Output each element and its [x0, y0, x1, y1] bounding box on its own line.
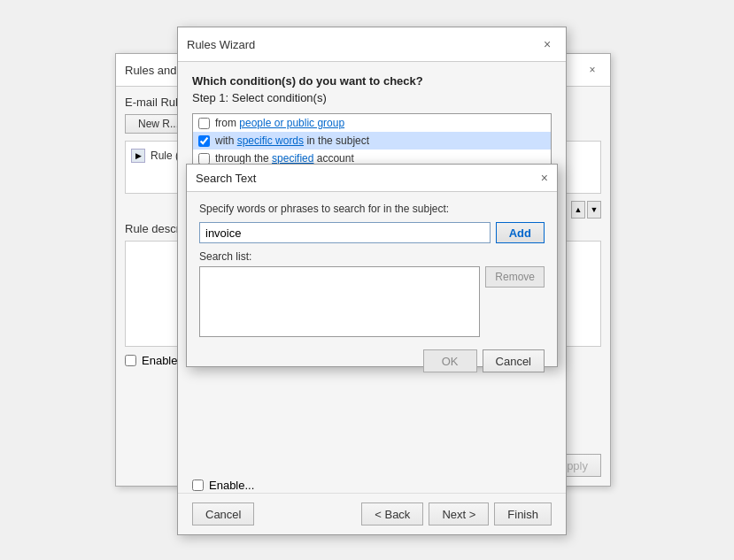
condition-item-1[interactable]: from people or public group — [193, 114, 551, 132]
bg-close-icon[interactable]: × — [583, 61, 601, 79]
search-list-box — [199, 266, 480, 337]
wizard-finish-btn[interactable]: Finish — [494, 502, 552, 525]
wizard-next-btn[interactable]: Next > — [429, 502, 489, 525]
condition-check-1[interactable] — [198, 118, 210, 129]
bg-rule-icon: ▶ — [131, 149, 145, 163]
wizard-enable-row: Enable... — [192, 479, 254, 492]
search-text-input[interactable] — [199, 222, 491, 243]
wizard-enable-label: Enable... — [209, 479, 254, 492]
search-ok-btn[interactable]: OK — [423, 349, 477, 372]
condition-link-2[interactable]: specific words — [237, 134, 304, 147]
condition-label-3: through the specified account — [215, 152, 354, 165]
search-list-row: Remove — [199, 266, 545, 337]
search-list-label: Search list: — [199, 250, 545, 263]
scroll-up-btn[interactable]: ▲ — [571, 201, 585, 219]
condition-link-3[interactable]: specified — [272, 152, 313, 165]
search-remove-btn[interactable]: Remove — [485, 266, 545, 288]
wizard-cancel-btn[interactable]: Cancel — [192, 502, 254, 525]
condition-check-2[interactable] — [198, 135, 210, 147]
condition-label-1: from people or public group — [215, 117, 344, 129]
wizard-back-btn[interactable]: < Back — [361, 502, 423, 525]
search-titlebar: Search Text × — [187, 165, 557, 192]
wizard-question: Which condition(s) do you want to check? — [192, 74, 552, 88]
wizard-enable-checkbox[interactable] — [192, 479, 204, 491]
condition-link-1[interactable]: people or public group — [239, 117, 344, 129]
wizard-close-icon[interactable]: × — [537, 35, 557, 54]
wizard-footer: Cancel < Back Next > Finish — [178, 493, 566, 534]
wizard-titlebar: Rules Wizard × — [178, 27, 566, 62]
search-body: Specify words or phrases to search for i… — [187, 192, 557, 344]
condition-check-3[interactable] — [198, 153, 210, 165]
search-add-btn[interactable]: Add — [496, 222, 545, 243]
search-close-icon[interactable]: × — [541, 171, 548, 185]
wizard-footer-left: Cancel — [192, 502, 254, 525]
wizard-title: Rules Wizard — [187, 38, 255, 51]
scroll-down-btn[interactable]: ▼ — [587, 201, 601, 219]
search-footer: OK Cancel — [187, 344, 557, 381]
search-text-dialog: Search Text × Specify words or phrases t… — [186, 164, 558, 367]
condition-item-2[interactable]: with specific words in the subject — [193, 132, 551, 150]
wizard-footer-right: < Back Next > Finish — [361, 502, 552, 525]
search-cancel-btn[interactable]: Cancel — [483, 349, 545, 372]
search-prompt: Specify words or phrases to search for i… — [199, 203, 545, 215]
search-input-row: Add — [199, 222, 545, 243]
condition-label-2: with specific words in the subject — [215, 134, 369, 147]
search-dialog-title: Search Text — [196, 172, 256, 185]
bg-enable-checkbox[interactable] — [125, 355, 136, 366]
wizard-step1-label: Step 1: Select condition(s) — [192, 91, 552, 104]
search-list-actions: Remove — [485, 266, 545, 337]
